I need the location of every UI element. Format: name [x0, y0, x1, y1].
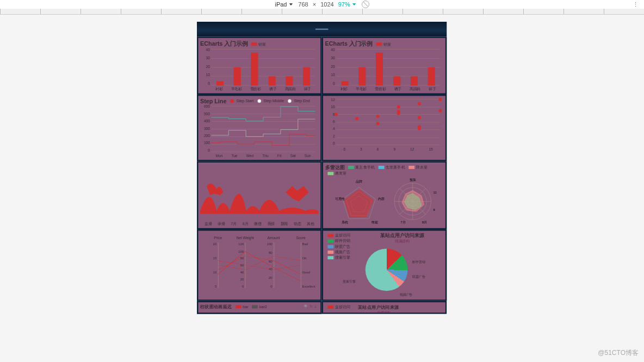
pie-label: 联盟广告	[412, 274, 425, 279]
legend-item[interactable]: 某主食手机	[348, 165, 375, 170]
legend-item[interactable]: 生攻某手机	[379, 165, 405, 170]
radio-icon	[257, 99, 261, 103]
toolbox-save-icon[interactable]: ⤓	[314, 304, 317, 308]
legend-item[interactable]: 销量	[376, 41, 392, 47]
svg-text:11: 11	[433, 191, 436, 194]
radio-icon	[230, 99, 234, 103]
legend-item[interactable]: 直接访问	[327, 233, 361, 238]
svg-marker-3	[344, 189, 373, 217]
svg-text:可用性: 可用性	[335, 197, 345, 201]
device-viewport: ECharts 入门示例 销量 403020100 衬衫羊毛衫雪纺衫裤子高跟鞋袜…	[197, 22, 447, 361]
panel-pie-2: 直接访问 某站点用户访问来源 纯属虚构	[322, 301, 447, 314]
app-header	[197, 22, 447, 37]
watermark: @51CTO博客	[598, 348, 639, 358]
legend-item[interactable]: bar	[236, 304, 249, 309]
panel-bar-2: ECharts 入门示例 销量 403020100 衬衫羊毛衫雪纺衫裤子高跟鞋袜…	[322, 37, 447, 95]
legend-item[interactable]: 直接访问	[327, 304, 350, 310]
legend-step-start[interactable]: Step Start	[230, 99, 253, 103]
chart-title: ECharts 入门示例	[325, 41, 373, 47]
toolbox-restore-icon[interactable]: ↻	[309, 304, 312, 308]
more-options-icon[interactable]: ⋮	[633, 1, 639, 8]
legend-step-end[interactable]: Step End	[288, 99, 310, 103]
legend-step-middle[interactable]: Step Middle	[257, 99, 284, 103]
svg-text:性能: 性能	[371, 220, 378, 224]
svg-text:系统: 系统	[342, 220, 348, 224]
viewport-width-input[interactable]: 768	[298, 1, 308, 8]
svg-text:8月: 8月	[422, 221, 427, 224]
legend-item[interactable]: 视频广告	[327, 249, 361, 255]
legend-item[interactable]: 搜索引擎	[327, 255, 361, 260]
pie-chart	[366, 248, 408, 291]
legend-item[interactable]: 销量	[251, 41, 267, 47]
dimension-separator: ×	[313, 1, 316, 8]
pie-label: 邮件营销	[412, 260, 425, 264]
toolbox-zoom-icon[interactable]: 🔍	[304, 304, 308, 308]
legend-item[interactable]: 降水量	[408, 165, 428, 170]
legend-item[interactable]: 邮件营销	[327, 238, 361, 244]
chart-title: 柱状图动画延迟	[200, 304, 232, 310]
svg-text:品牌: 品牌	[356, 179, 362, 183]
panel-bar-anim: 柱状图动画延迟 bar bar2 🔍 ↻ ⤓	[197, 301, 322, 314]
pie-label: 视频广告	[400, 292, 413, 297]
svg-text:预算: 预算	[410, 178, 416, 182]
svg-text:内容: 内容	[378, 197, 385, 201]
chart-title: Step Line	[200, 98, 226, 104]
panel-radar: 多雷达图 某主食手机 生攻某手机 降水量 蒸发量 品牌 内容 性能	[322, 161, 447, 230]
chart-title: 某站点用户访问来源	[358, 304, 399, 310]
chart-subtitle: 纯属虚构	[325, 310, 444, 314]
legend-item[interactable]: 联盟广告	[327, 244, 361, 249]
panel-pie: 直接访问 邮件营销 联盟广告 视频广告 搜索引擎 某站点用户访问来源 纯属虚构 …	[322, 229, 447, 301]
panel-scatter: 121086420	[322, 95, 447, 161]
chart-title: 多雷达图	[325, 165, 345, 170]
svg-text:9: 9	[433, 208, 435, 211]
zoom-selector[interactable]: 97%▼	[338, 1, 357, 8]
viewport-height-input[interactable]: 1024	[320, 1, 333, 8]
panel-theme-river: 直播录播7月8月微信面授新闻动态其他	[197, 161, 322, 230]
radio-icon	[288, 99, 292, 103]
svg-text:7月: 7月	[401, 221, 406, 224]
bars	[211, 49, 315, 85]
chart-title: ECharts 入门示例	[200, 41, 247, 47]
panel-bar-1: ECharts 入门示例 销量 403020100 衬衫羊毛衫雪纺衫裤子高跟鞋袜…	[197, 37, 322, 95]
panel-parallel: Price Net Weight Amount Score 2015105 12…	[197, 229, 322, 301]
pie-label: 搜索引擎	[343, 279, 356, 284]
device-selector[interactable]: iPad▼	[275, 1, 294, 8]
legend-item[interactable]: bar2	[252, 304, 267, 309]
devtools-device-toolbar: iPad▼ 768 × 1024 97%▼ ⋮	[0, 0, 644, 9]
panel-step-line: Step Line Step Start Step Middle Step En…	[197, 95, 322, 161]
no-throttling-icon[interactable]	[362, 1, 369, 8]
legend-item[interactable]: 蒸发量	[327, 171, 346, 176]
ruler	[0, 9, 644, 15]
